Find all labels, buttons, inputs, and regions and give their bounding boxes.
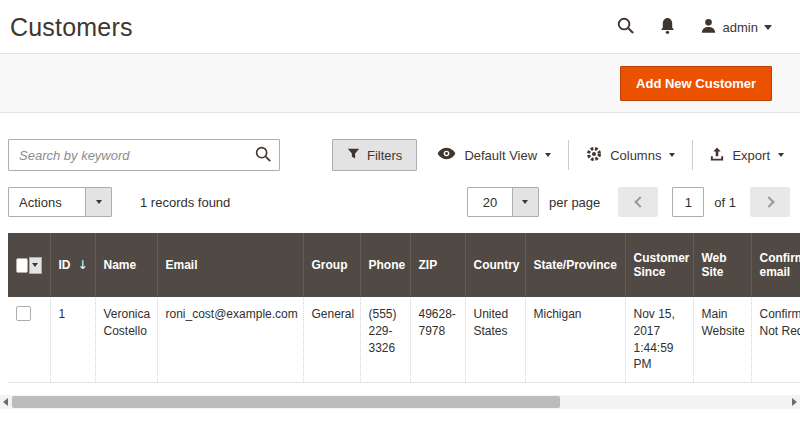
action-band: Add New Customer	[0, 53, 800, 113]
email-cell: roni_cost@example.com	[157, 297, 303, 383]
table-row: 1Veronica Costelloroni_cost@example.comG…	[8, 297, 800, 383]
page-header: Customers admin	[0, 0, 800, 52]
name-cell: Veronica Costello	[95, 297, 157, 383]
state-province-cell: Michigan	[525, 297, 625, 383]
user-avatar-icon	[700, 17, 717, 37]
previous-page-button[interactable]	[618, 187, 658, 217]
select-all-checkbox[interactable]	[16, 258, 28, 273]
toolbar-separator	[568, 140, 569, 170]
scroll-left-arrow-icon[interactable]	[3, 398, 8, 406]
group-cell: General	[303, 297, 360, 383]
records-count: 1 records found	[140, 195, 230, 210]
eye-icon	[437, 147, 456, 163]
zip-cell: 49628-7978	[410, 297, 465, 383]
confirmed-email-cell: Confirmation Not Required	[751, 297, 800, 383]
column-header-name[interactable]: Name	[95, 233, 157, 297]
admin-account-menu[interactable]: admin	[700, 17, 772, 37]
filters-label: Filters	[367, 148, 402, 163]
page-title: Customers	[10, 13, 133, 42]
grid-controls-row: Actions 1 records found 20 per page of 1	[8, 187, 790, 217]
export-icon	[710, 147, 724, 164]
row-checkbox[interactable]	[16, 306, 31, 321]
column-label: Web Site	[702, 251, 727, 279]
column-label: Name	[104, 258, 137, 272]
column-label: Email	[166, 258, 198, 272]
scrollbar-thumb[interactable]	[12, 396, 560, 408]
notifications-button[interactable]	[659, 17, 676, 38]
gear-icon	[586, 146, 602, 165]
bell-icon	[659, 17, 676, 38]
actions-dropdown-caret[interactable]	[85, 188, 111, 216]
column-header-id[interactable]: ID↓	[50, 233, 95, 297]
column-header-customer-since[interactable]: Customer Since	[625, 233, 693, 297]
total-pages-label: of 1	[714, 195, 736, 210]
filters-button[interactable]: Filters	[332, 139, 417, 171]
columns-dropdown[interactable]: Columns	[584, 146, 677, 165]
next-page-button[interactable]	[750, 187, 790, 217]
filter-funnel-icon	[347, 147, 360, 163]
column-label: Confirmed email	[760, 251, 800, 279]
column-header-email[interactable]: Email	[157, 233, 303, 297]
view-switcher-dropdown[interactable]: Default View	[435, 147, 553, 163]
caret-down-icon	[764, 25, 772, 30]
select-all-caret-button[interactable]	[29, 257, 42, 274]
sort-descending-icon: ↓	[78, 258, 88, 272]
grid-header: ID↓NameEmailGroupPhoneZIPCountryState/Pr…	[8, 233, 800, 297]
column-label: Group	[312, 258, 348, 272]
per-page-value: 20	[468, 188, 512, 216]
actions-dropdown[interactable]: Actions	[8, 187, 112, 217]
column-label: ID	[59, 258, 71, 272]
view-switcher-label: Default View	[464, 148, 537, 163]
export-label: Export	[732, 148, 770, 163]
grid-body: 1Veronica Costelloroni_cost@example.comG…	[8, 297, 800, 383]
scroll-right-arrow-icon[interactable]	[792, 398, 797, 406]
grid-toolbar: Filters Default View Columns Export	[8, 139, 786, 171]
column-header-confirmed-email[interactable]: Confirmed email	[751, 233, 800, 297]
column-label: Phone	[369, 258, 406, 272]
horizontal-scrollbar[interactable]	[0, 395, 800, 409]
column-label: ZIP	[419, 258, 438, 272]
column-label: State/Province	[534, 258, 617, 272]
chevron-right-icon	[763, 196, 774, 207]
column-header-group[interactable]: Group	[303, 233, 360, 297]
phone-cell: (555) 229-3326	[360, 297, 410, 383]
column-label: Country	[474, 258, 520, 272]
customers-grid: ID↓NameEmailGroupPhoneZIPCountryState/Pr…	[8, 233, 800, 383]
actions-dropdown-label: Actions	[9, 188, 85, 216]
column-label: Customer Since	[634, 251, 690, 279]
row-select-cell	[8, 297, 50, 383]
current-page-input[interactable]	[672, 187, 704, 217]
search-submit-button[interactable]	[254, 145, 272, 166]
web-site-cell: Main Website	[693, 297, 751, 383]
customer-since-cell: Nov 15, 2017 1:44:59 PM	[625, 297, 693, 383]
search-icon	[254, 151, 272, 166]
keyword-search	[8, 139, 280, 171]
per-page-label: per page	[549, 195, 600, 210]
column-header-phone[interactable]: Phone	[360, 233, 410, 297]
caret-down-icon	[96, 200, 102, 204]
column-header-zip[interactable]: ZIP	[410, 233, 465, 297]
caret-down-icon	[669, 153, 675, 157]
add-new-customer-button[interactable]: Add New Customer	[620, 66, 772, 101]
chevron-left-icon	[634, 196, 645, 207]
per-page-dropdown[interactable]: 20	[467, 187, 539, 217]
id-cell: 1	[50, 297, 95, 383]
search-input[interactable]	[8, 139, 280, 171]
country-cell: United States	[465, 297, 525, 383]
column-header-state-province[interactable]: State/Province	[525, 233, 625, 297]
caret-down-icon	[32, 263, 38, 267]
caret-down-icon	[522, 200, 528, 204]
caret-down-icon	[545, 153, 551, 157]
column-header-web-site[interactable]: Web Site	[693, 233, 751, 297]
select-all-control	[16, 257, 42, 274]
export-dropdown[interactable]: Export	[708, 147, 786, 164]
header-actions: admin	[616, 16, 772, 38]
admin-user-label: admin	[723, 20, 758, 35]
per-page-caret[interactable]	[512, 188, 538, 216]
toolbar-separator	[692, 140, 693, 170]
grid-viewport[interactable]: ID↓NameEmailGroupPhoneZIPCountryState/Pr…	[8, 233, 800, 383]
column-header-country[interactable]: Country	[465, 233, 525, 297]
columns-label: Columns	[610, 148, 661, 163]
global-search-button[interactable]	[616, 16, 635, 38]
search-icon	[616, 16, 635, 38]
